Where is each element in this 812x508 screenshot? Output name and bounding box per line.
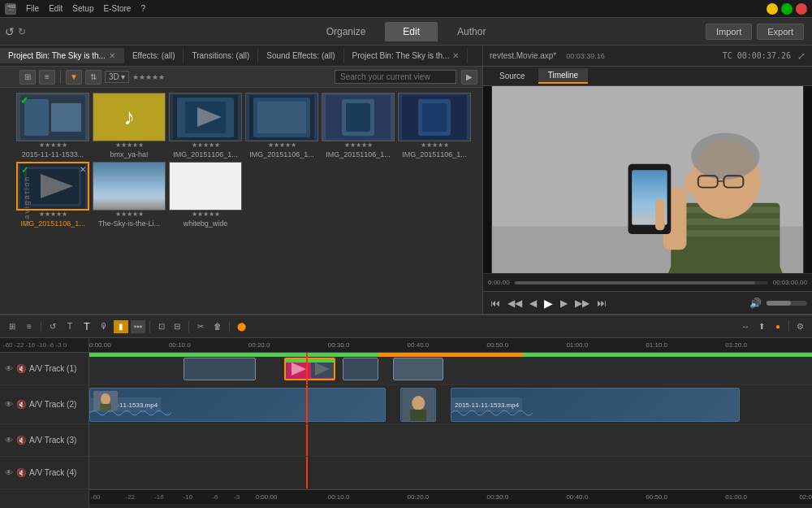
list-item[interactable]: ★★★★★ IMG_20151106_1... — [322, 93, 395, 158]
track-eye-1[interactable]: 👁 — [5, 364, 13, 373]
item-label: IMG_20151106_1... — [169, 150, 242, 158]
maximize-button[interactable] — [781, 3, 793, 15]
timeline-toolbar: ⊞ ≡ ↺ T T 🎙 ▮ ▪▪▪ ⊡ ⊟ ✂ 🗑 ⬤ ↔ ⬆ ● ⚙ — [0, 315, 812, 338]
playhead-2 — [306, 385, 308, 423]
timeline-section: ⊞ ≡ ↺ T T 🎙 ▮ ▪▪▪ ⊡ ⊟ ✂ 🗑 ⬤ ↔ ⬆ ● ⚙ — [0, 314, 812, 508]
tab-sound-effects[interactable]: Sound Effects: (all) — [258, 48, 343, 63]
track-eye-2[interactable]: 👁 — [5, 400, 13, 409]
step-back-button[interactable]: ◀◀ — [505, 297, 525, 309]
play-button[interactable]: ▶ — [542, 297, 555, 310]
import-media-button[interactable]: ▼ — [66, 70, 82, 85]
track-eye-3[interactable]: 👁 — [5, 436, 13, 445]
tl-color-btn[interactable]: ▮ — [114, 320, 128, 333]
tab-timeline[interactable]: Timeline — [538, 68, 588, 84]
playhead[interactable] — [306, 353, 308, 384]
playhead-3 — [306, 424, 308, 456]
timeline-clip-audio-1[interactable]: 2015-11-11-1533.mp4 — [89, 388, 386, 422]
timeline-clip[interactable] — [184, 358, 256, 380]
track-name-4: A/V Track (4) — [29, 468, 76, 477]
fwd-frame-button[interactable]: ▶ — [558, 297, 570, 309]
tab-transitions[interactable]: Transitions: (all) — [184, 48, 258, 63]
scroll-right-button[interactable]: ▶ — [461, 70, 477, 85]
search-input[interactable] — [335, 70, 456, 84]
tab-author[interactable]: Author — [439, 22, 503, 41]
track-eye-4[interactable]: 👁 — [5, 468, 13, 477]
list-item[interactable]: ♪ ★★★★★ bmx_ya-ha! — [93, 93, 166, 158]
view-grid-button[interactable]: ⊞ — [19, 70, 36, 85]
tab-project-bin-2[interactable]: Project Bin: The Sky is th... ✕ — [344, 48, 469, 63]
track-row-3 — [89, 424, 812, 457]
tl-orange2-btn[interactable]: ● — [771, 320, 785, 333]
svg-rect-12 — [346, 103, 370, 132]
track-label-2: 👁 🔇 A/V Track (2) — [0, 385, 89, 424]
3d-dropdown[interactable]: 3D ▾ — [105, 71, 129, 83]
track-lock-3[interactable]: 🔇 — [16, 436, 26, 445]
tl-delete-btn[interactable]: 🗑 — [210, 320, 225, 333]
tl-text-btn[interactable]: T — [80, 320, 94, 333]
view-list-button[interactable]: ≡ — [39, 70, 55, 85]
tl-sep-1 — [41, 321, 41, 332]
tl-zoom-btn[interactable]: ↔ — [738, 320, 753, 333]
tl-settings-btn[interactable]: ⚙ — [793, 320, 807, 333]
undo-button[interactable]: ↺ — [5, 25, 15, 38]
tl-size-btn-2[interactable]: ⊟ — [170, 320, 184, 333]
timeline-clip-selected[interactable] — [284, 358, 335, 380]
tab-organize[interactable]: Organize — [309, 22, 384, 41]
timeline-clip[interactable] — [343, 358, 379, 380]
tl-collapse-btn[interactable]: ⬆ — [754, 320, 769, 333]
tab-edit[interactable]: Edit — [385, 22, 438, 41]
minimize-button[interactable] — [767, 3, 778, 15]
menu-file[interactable]: File — [23, 3, 42, 14]
timeline-clip-person[interactable] — [400, 388, 437, 422]
tab-close-2[interactable]: ✕ — [452, 51, 459, 60]
preview-expand-icon[interactable]: ⤢ — [797, 50, 806, 62]
list-item[interactable]: ★★★★★ IMG_20151106_1... — [398, 93, 471, 158]
list-item[interactable]: ★★★★★ The-Sky-is-the-Li... — [93, 162, 166, 228]
tl-mic-btn[interactable]: 🎙 — [97, 320, 111, 333]
export-button[interactable]: Export — [757, 24, 804, 40]
preview-scrubbar[interactable] — [515, 281, 768, 284]
track-lock-4[interactable]: 🔇 — [16, 468, 26, 477]
list-item[interactable]: ✓ ★★★★★ 2015-11-11-1533... — [16, 93, 89, 158]
tl-size-btn-1[interactable]: ⊡ — [154, 320, 169, 333]
timeline-labels: -60 -22 -16 -10 -6 -3 0 👁 🔇 A/V Track (1… — [0, 338, 89, 508]
track-lock-1[interactable]: 🔇 — [16, 364, 26, 373]
list-item[interactable]: ✓ ✕ ★★★★★ IMG_20151106_1... — [16, 162, 89, 228]
list-item[interactable]: ★★★★★ whitebg_wide — [169, 162, 242, 228]
menu-estore[interactable]: E-Store — [101, 3, 135, 14]
next-button[interactable]: ⏭ — [594, 297, 609, 309]
menu-help[interactable]: ? — [137, 3, 149, 14]
preview-video-area — [483, 86, 812, 273]
tab-close-1[interactable]: ✕ — [109, 51, 115, 60]
volume-icon[interactable]: 🔊 — [747, 297, 764, 309]
tl-grid-btn[interactable]: ⊞ — [5, 320, 19, 333]
tab-effects[interactable]: Effects: (all) — [124, 48, 184, 63]
tl-split-btn[interactable]: ✂ — [193, 320, 208, 333]
item-stars: ★★★★★ — [344, 141, 373, 149]
top-nav: ↺ ↻ Organize Edit Author Import Export — [0, 18, 812, 46]
list-item[interactable]: ★★★★★ IMG_20151106_1... — [169, 93, 242, 158]
tl-undo-btn[interactable]: ↺ — [45, 320, 60, 333]
close-button[interactable] — [796, 3, 807, 15]
redo-button[interactable]: ↻ — [18, 26, 26, 37]
nav-tabs: Organize Edit Author — [309, 22, 504, 41]
import-button[interactable]: Import — [706, 24, 752, 40]
menu-setup[interactable]: Setup — [69, 3, 97, 14]
tl-orange-btn[interactable]: ⬤ — [234, 320, 248, 333]
tl-more-btn[interactable]: ▪▪▪ — [131, 320, 145, 333]
step-fwd-button[interactable]: ▶▶ — [572, 297, 592, 309]
timeline-clip[interactable] — [393, 358, 443, 380]
tab-source[interactable]: Source — [490, 69, 535, 83]
menu-edit[interactable]: Edit — [45, 3, 66, 14]
timeline-clip-audio-2[interactable]: 2015-11-11-1533.mp4 — [451, 388, 740, 422]
tab-project-bin-1[interactable]: Project Bin: The Sky is th... ✕ — [0, 48, 124, 63]
volume-slider[interactable] — [767, 301, 807, 306]
prev-button[interactable]: ⏮ — [488, 297, 503, 309]
sort-button[interactable]: ⇅ — [85, 70, 102, 85]
tl-magnet-btn[interactable]: T — [63, 320, 77, 333]
track-lock-2[interactable]: 🔇 — [16, 400, 26, 409]
tl-sep-2 — [149, 321, 150, 332]
tl-list-btn[interactable]: ≡ — [22, 320, 37, 333]
back-frame-button[interactable]: ◀ — [527, 297, 539, 309]
list-item[interactable]: ★★★★★ IMG_20151106_1... — [245, 93, 318, 158]
